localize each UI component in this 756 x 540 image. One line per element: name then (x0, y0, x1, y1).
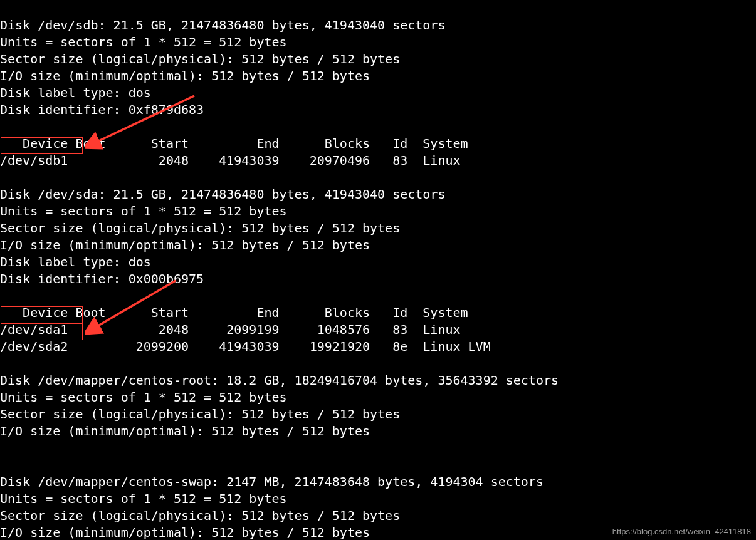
terminal-output: Disk /dev/sdb: 21.5 GB, 21474836480 byte… (0, 0, 756, 540)
disk-centos-swap-header-line: Units = sectors of 1 * 512 = 512 bytes (0, 491, 287, 506)
disk-centos-swap-header-line: Sector size (logical/physical): 512 byte… (0, 508, 400, 523)
disk-sdb-header-line: Disk label type: dos (0, 85, 151, 100)
disk-centos-swap-header-line: I/O size (minimum/optimal): 512 bytes / … (0, 525, 370, 540)
partition-row-sdb1: /dev/sdb1 2048 41943039 20970496 83 Linu… (0, 153, 461, 168)
partition-row-sda2: /dev/sda2 2099200 41943039 19921920 8e L… (0, 339, 491, 354)
disk-centos-swap-header-line: Disk /dev/mapper/centos-swap: 2147 MB, 2… (0, 474, 543, 489)
disk-sda-header-line: I/O size (minimum/optimal): 512 bytes / … (0, 237, 370, 252)
disk-centos-root-header-line: I/O size (minimum/optimal): 512 bytes / … (0, 423, 370, 439)
disk-centos-root-header-line: Units = sectors of 1 * 512 = 512 bytes (0, 390, 287, 405)
disk-sdb-header-line: I/O size (minimum/optimal): 512 bytes / … (0, 68, 370, 83)
disk-sda-header-line: Disk identifier: 0x000b6975 (0, 271, 204, 286)
disk-sda-header-line: Disk /dev/sda: 21.5 GB, 21474836480 byte… (0, 187, 445, 202)
disk-sdb-header-line: Sector size (logical/physical): 512 byte… (0, 51, 400, 66)
disk-sda-header-line: Sector size (logical/physical): 512 byte… (0, 221, 400, 236)
watermark-text: https://blog.csdn.net/weixin_42411818 (612, 527, 751, 536)
partition-table-header: Device Boot Start End Blocks Id System (0, 305, 468, 320)
disk-sdb-header-line: Disk /dev/sdb: 21.5 GB, 21474836480 byte… (0, 18, 445, 33)
disk-sdb-header-line: Disk identifier: 0xf879d683 (0, 102, 204, 117)
disk-sda-header-line: Disk label type: dos (0, 254, 151, 269)
disk-sda-header-line: Units = sectors of 1 * 512 = 512 bytes (0, 204, 287, 219)
disk-centos-root-header-line: Disk /dev/mapper/centos-root: 18.2 GB, 1… (0, 373, 559, 388)
disk-sdb-header-line: Units = sectors of 1 * 512 = 512 bytes (0, 34, 287, 49)
partition-row-sda1: /dev/sda1 * 2048 2099199 1048576 83 Linu… (0, 322, 461, 337)
disk-centos-root-header-line: Sector size (logical/physical): 512 byte… (0, 407, 400, 422)
partition-table-header: Device Boot Start End Blocks Id System (0, 136, 468, 151)
